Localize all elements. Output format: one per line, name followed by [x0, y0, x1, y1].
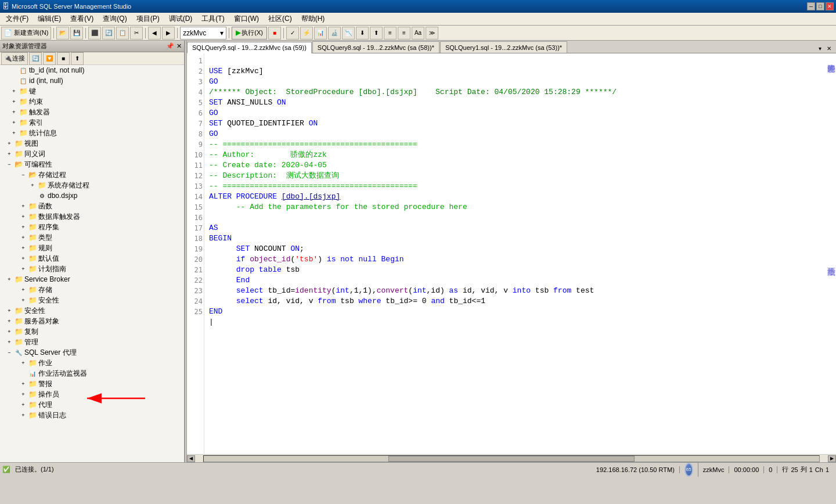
toolbar-btn-3[interactable]: 📋: [116, 27, 129, 39]
expander-service-broker: +: [5, 275, 14, 284]
folder-icon-views: 📁: [14, 139, 23, 148]
oe-close-button[interactable]: ✕: [176, 42, 182, 50]
tab-list-button[interactable]: ▾: [815, 44, 824, 53]
scroll-left-button[interactable]: ◀: [187, 455, 195, 462]
tab-close-all-button[interactable]: ✕: [824, 44, 834, 53]
tree-item-stored-procs[interactable]: − 📂 存储过程: [0, 170, 184, 180]
tree-item-programmability[interactable]: − 📂 可编程性: [0, 159, 184, 170]
toolbar-btn-16[interactable]: Aa: [412, 27, 424, 39]
tree-item-proxies[interactable]: + 📁 代理: [0, 399, 184, 410]
menu-edit[interactable]: 编辑(E): [33, 13, 66, 25]
tree-item-keys[interactable]: + 📁 键: [0, 86, 184, 96]
tree-item-functions[interactable]: + 📁 函数: [0, 201, 184, 211]
folder-icon-db-triggers: 📁: [28, 212, 37, 221]
open-file-button[interactable]: 📂: [56, 27, 69, 39]
menu-debug[interactable]: 调试(D): [164, 13, 197, 25]
scroll-right-button[interactable]: ▶: [828, 455, 836, 462]
tree-item-replication[interactable]: + 📁 复制: [0, 326, 184, 337]
toolbar-btn-7[interactable]: ✓: [286, 27, 299, 39]
bottom-scroll-thumb[interactable]: [388, 456, 635, 462]
tree-item-synonyms[interactable]: + 📁 同义词: [0, 149, 184, 159]
toolbar-btn-2[interactable]: 🔄: [102, 27, 115, 39]
tree-item-alerts[interactable]: + 📁 警报: [0, 379, 184, 389]
menu-window[interactable]: 窗口(W): [229, 13, 264, 25]
tree-item-service-broker[interactable]: + 📁 Service Broker: [0, 274, 184, 285]
code-content[interactable]: USE [zzkMvc] GO /****** Object: StoredPr…: [204, 53, 836, 454]
toolbar-btn-12[interactable]: ⬇: [356, 27, 369, 39]
tree-item-storage[interactable]: + 📁 存储: [0, 285, 184, 295]
menu-tools[interactable]: 工具(T): [197, 13, 229, 25]
tab-sqlquery8[interactable]: SQLQuery8.sql - 19...2.zzkMvc (sa (58))*: [312, 41, 439, 53]
toolbar-btn-8[interactable]: ⚡: [300, 27, 313, 39]
toolbar-btn-5[interactable]: ◀: [148, 27, 161, 39]
menu-project[interactable]: 项目(P): [132, 13, 164, 25]
toolbar-btn-14[interactable]: ≡: [384, 27, 397, 39]
bottom-scroll-track[interactable]: [203, 455, 820, 462]
oe-collapse-button[interactable]: ⬆: [71, 52, 84, 65]
tree-item-assemblies[interactable]: + 📁 程序集: [0, 222, 184, 232]
menu-query[interactable]: 查询(Q): [98, 13, 131, 25]
new-query-button[interactable]: 📄 新建查询(N): [1, 27, 51, 39]
menu-file[interactable]: 文件(F): [1, 13, 33, 25]
oe-pin-button[interactable]: 📌: [166, 42, 174, 50]
tree-item-error-logs[interactable]: + 📁 错误日志: [0, 410, 184, 420]
menu-view[interactable]: 查看(V): [66, 13, 98, 25]
toolbar-btn-1[interactable]: ⬛: [88, 27, 101, 39]
oe-filter-button[interactable]: 🔽: [43, 52, 56, 65]
menu-help[interactable]: 帮助(H): [297, 13, 330, 25]
tree-item-rules[interactable]: + 📁 规则: [0, 243, 184, 253]
tree-item-sql-agent[interactable]: − 🔧 SQL Server 代理: [0, 347, 184, 358]
toolbar-btn-6[interactable]: ▶: [162, 27, 175, 39]
oe-connect-button[interactable]: 🔌 连接: [1, 52, 28, 65]
close-button[interactable]: ✕: [826, 2, 834, 10]
toolbar-btn-13[interactable]: ⬆: [370, 27, 383, 39]
expander-job-monitor: [19, 369, 28, 378]
tree-item-dbo-dsjxp[interactable]: ⚙ dbo.dsjxp: [0, 190, 184, 201]
tab-sqlquery9[interactable]: SQLQuery9.sql - 19...2.zzkMvc (sa (59)): [187, 42, 312, 53]
oe-tree[interactable]: 📋 tb_id (int, not null) 📋 id (int, null)…: [0, 65, 184, 462]
tree-item-indexes[interactable]: + 📁 索引: [0, 117, 184, 128]
toolbar-btn-11[interactable]: 📉: [342, 27, 355, 39]
oe-refresh-button[interactable]: 🔄: [29, 52, 42, 65]
database-dropdown[interactable]: zzkMvc ▾: [180, 27, 226, 39]
tree-item-security[interactable]: + 📁 安全性: [0, 305, 184, 316]
tree-item-triggers[interactable]: + 📁 触发器: [0, 107, 184, 117]
tree-item-job-monitor[interactable]: 📊 作业活动监视器: [0, 368, 184, 379]
save-button[interactable]: 💾: [70, 27, 83, 39]
tree-item-management[interactable]: + 📁 管理: [0, 337, 184, 347]
tree-item-plan-guides[interactable]: + 📁 计划指南: [0, 264, 184, 274]
tree-item-constraints[interactable]: + 📁 约束: [0, 96, 184, 107]
tree-item-operators[interactable]: + 📁 操作员: [0, 389, 184, 399]
tree-item-db-triggers[interactable]: + 📁 数据库触发器: [0, 211, 184, 222]
code-editor[interactable]: 12345 678910 1112131415 1617181920 21222…: [187, 53, 836, 454]
expander-types: +: [19, 233, 28, 242]
object-explorer-header: 对象资源管理器 📌 ✕: [0, 41, 184, 52]
oe-stop-button[interactable]: ■: [57, 52, 70, 65]
toolbar-btn-4[interactable]: ✂: [130, 27, 143, 39]
toolbar-separator-1: [53, 28, 54, 38]
tree-item-defaults[interactable]: + 📁 默认值: [0, 253, 184, 264]
tab-sqlquery1[interactable]: SQLQuery1.sql - 19...2.zzkMvc (sa (53))*: [440, 41, 567, 53]
minimize-button[interactable]: ─: [807, 2, 815, 10]
expander-triggers: +: [9, 107, 19, 117]
toolbar-btn-9[interactable]: 📊: [314, 27, 327, 39]
execute-button[interactable]: ▶ 执行(X): [232, 27, 267, 39]
tree-item-server-objs[interactable]: + 📁 服务器对象: [0, 316, 184, 326]
tree-item-security-db[interactable]: + 📁 安全性: [0, 295, 184, 305]
tree-item-sys-procs[interactable]: + 📁 系统存储过程: [0, 180, 184, 190]
tree-item-tb_id[interactable]: 📋 tb_id (int, not null): [0, 65, 184, 75]
bottom-scrollbar[interactable]: ◀ ▶: [187, 454, 836, 462]
tree-item-views[interactable]: + 📁 视图: [0, 138, 184, 149]
stop-button[interactable]: ■: [268, 27, 281, 39]
toolbar-btn-17[interactable]: ≫: [426, 27, 438, 39]
menu-community[interactable]: 社区(C): [264, 13, 297, 25]
tree-item-stats[interactable]: + 📁 统计信息: [0, 128, 184, 138]
tree-item-types[interactable]: + 📁 类型: [0, 232, 184, 243]
tree-item-jobs[interactable]: + 📁 作业: [0, 358, 184, 368]
folder-icon-service-broker: 📁: [14, 275, 23, 284]
toolbar-btn-15[interactable]: ≡: [398, 27, 410, 39]
maximize-button[interactable]: □: [816, 2, 824, 10]
tree-item-id[interactable]: 📋 id (int, null): [0, 75, 184, 86]
toolbar-btn-10[interactable]: 🔬: [328, 27, 341, 39]
folder-icon-jobs: 📁: [28, 358, 37, 368]
